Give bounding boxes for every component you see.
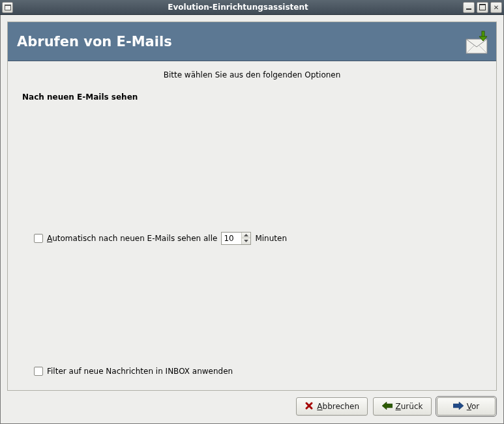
spinner-arrows bbox=[241, 233, 250, 244]
mail-receive-icon bbox=[464, 30, 490, 58]
filter-inbox-label[interactable]: Filter auf neue Nachrichten in INBOX anw… bbox=[47, 367, 233, 376]
cancel-icon bbox=[304, 401, 314, 412]
page-title: Abrufen von E-Mails bbox=[17, 34, 172, 49]
auto-check-label[interactable]: Automatisch nach neuen E-Mails sehen all… bbox=[47, 234, 217, 243]
next-button[interactable]: Vor bbox=[437, 397, 496, 416]
arrow-right-icon bbox=[453, 402, 464, 412]
cancel-button-label: Abbrechen bbox=[317, 402, 359, 411]
section-heading: Nach neuen E-Mails sehen bbox=[22, 92, 482, 102]
wizard-page: Abrufen von E-Mails Bitte wäh bbox=[7, 21, 497, 391]
instruction-text: Bitte wählen Sie aus den folgenden Optio… bbox=[22, 70, 482, 79]
svg-marker-4 bbox=[244, 240, 248, 242]
back-button[interactable]: Zurück bbox=[373, 397, 432, 416]
app-window: Evolution-Einrichtungsassistent Abrufen … bbox=[0, 0, 504, 424]
minutes-input[interactable] bbox=[222, 233, 241, 244]
window-menu-icon[interactable] bbox=[2, 2, 13, 13]
window-client-area: Abrufen von E-Mails Bitte wäh bbox=[0, 15, 504, 424]
window-controls bbox=[463, 2, 502, 13]
cancel-button[interactable]: Abbrechen bbox=[296, 397, 368, 416]
arrow-left-icon bbox=[382, 402, 393, 412]
window-title: Evolution-Einrichtungsassistent bbox=[13, 3, 463, 12]
spinner-up-button[interactable] bbox=[242, 233, 250, 238]
filter-inbox-checkbox[interactable] bbox=[34, 367, 43, 376]
svg-marker-6 bbox=[453, 402, 464, 410]
maximize-button[interactable] bbox=[477, 2, 488, 13]
auto-check-checkbox[interactable] bbox=[34, 234, 43, 243]
page-content: Bitte wählen Sie aus den folgenden Optio… bbox=[8, 61, 496, 390]
svg-marker-3 bbox=[244, 234, 248, 236]
minimize-button[interactable] bbox=[463, 2, 475, 13]
next-button-label: Vor bbox=[467, 402, 480, 411]
minutes-unit-label: Minuten bbox=[255, 234, 287, 243]
title-bar: Evolution-Einrichtungsassistent bbox=[0, 0, 504, 15]
minutes-spinner[interactable] bbox=[221, 232, 251, 245]
close-button[interactable] bbox=[490, 2, 502, 13]
options-area: Automatisch nach neuen E-Mails sehen all… bbox=[22, 109, 482, 367]
auto-check-row: Automatisch nach neuen E-Mails sehen all… bbox=[34, 232, 482, 245]
spinner-down-button[interactable] bbox=[242, 238, 250, 244]
filter-row: Filter auf neue Nachrichten in INBOX anw… bbox=[34, 367, 482, 378]
svg-marker-5 bbox=[382, 402, 393, 410]
back-button-label: Zurück bbox=[396, 402, 423, 411]
page-banner: Abrufen von E-Mails bbox=[8, 22, 496, 61]
wizard-button-bar: Abbrechen Zurück Vor bbox=[7, 391, 497, 417]
